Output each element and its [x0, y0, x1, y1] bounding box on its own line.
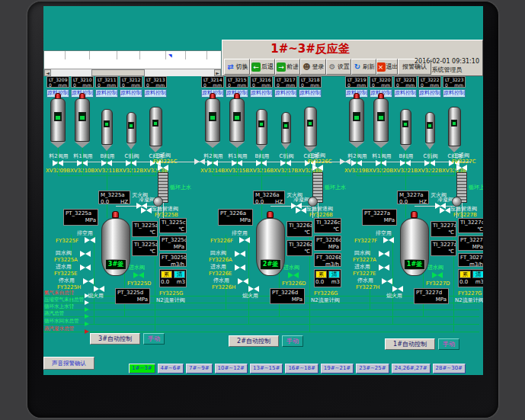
manual-mode-button-2#[interactable]: 手动 — [282, 335, 303, 347]
auto-control-button-1#[interactable]: 1#自动控制 — [385, 338, 435, 350]
page-selector-row: 1#~3#4#~6#7#~9#10#~12#13#~15#16#~18#19#~… — [129, 364, 466, 374]
auto-control-button-3#[interactable]: 3#自动控制 — [90, 333, 140, 345]
manual-mode-button-3#[interactable]: 手动 — [143, 333, 165, 345]
sound-alarm-confirm-button[interactable]: 声音报警确认 — [43, 357, 94, 370]
page-button-28#~30#[interactable]: 28#~30# — [433, 364, 466, 374]
scada-screen: ◥ ◄ ► 1#~3#反应釜 ⇄切换←后退→前进☻登录⚙设置↻刷新×退出报警确认… — [43, 6, 483, 375]
auto-control-button-2#[interactable]: 2#自动控制 — [229, 335, 279, 347]
auto-control-buttons: 3#自动控制手动2#自动控制手动1#自动控制手动 — [43, 6, 483, 375]
page-button-19#~21#[interactable]: 19#~21# — [321, 364, 354, 374]
page-button-7#~9#[interactable]: 7#~9# — [186, 364, 213, 374]
page-button-23#~25#[interactable]: 23#~25# — [356, 364, 389, 374]
manual-mode-button-1#[interactable]: 手动 — [438, 338, 459, 350]
page-button-1#~3#[interactable]: 1#~3# — [129, 364, 155, 374]
page-button-13#~15#[interactable]: 13#~15# — [250, 364, 283, 374]
desktop-background: { "titlebar": { "title": "1#~3#反应釜", "da… — [0, 0, 525, 420]
page-button-16#~18#[interactable]: 16#~18# — [285, 364, 318, 374]
page-button-24,26#,27#[interactable]: 24,26#,27# — [392, 364, 431, 374]
page-button-10#~12#[interactable]: 10#~12# — [215, 364, 248, 374]
page-button-4#~6#[interactable]: 4#~6# — [158, 364, 184, 374]
